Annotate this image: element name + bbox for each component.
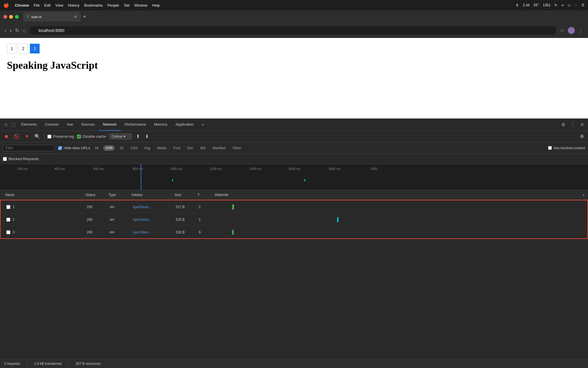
- new-tab-button[interactable]: +: [83, 14, 86, 20]
- chrome-menu-button[interactable]: ⋮: [578, 27, 583, 34]
- menu-temp: 55°: [534, 3, 539, 7]
- row-2-name: 2: [13, 218, 15, 222]
- filter-type-doc[interactable]: Doc: [185, 145, 196, 151]
- home-button[interactable]: ⌂: [23, 28, 26, 34]
- disable-cache-label[interactable]: Disable cache: [77, 134, 106, 139]
- table-row[interactable]: 1 200 xhr AjaxObser... 527 B 2.: [1, 200, 587, 213]
- td-initiator-1[interactable]: AjaxObser...: [130, 205, 173, 209]
- page-btn-3[interactable]: 3: [30, 44, 40, 53]
- menu-tab[interactable]: Tab: [123, 3, 129, 7]
- clear-button[interactable]: 🚫: [13, 133, 21, 140]
- filter-icon-btn[interactable]: ▼: [24, 133, 30, 140]
- forward-button[interactable]: ›: [10, 28, 11, 34]
- minimize-traffic-light[interactable]: [9, 15, 13, 19]
- filter-type-css[interactable]: CSS: [128, 145, 140, 151]
- tab-application[interactable]: Application: [171, 119, 198, 131]
- devtools-settings-icon[interactable]: ⚙: [560, 121, 567, 129]
- tab-console[interactable]: Console: [41, 119, 63, 131]
- hide-data-urls-checkbox[interactable]: [58, 146, 62, 150]
- page-btn-1[interactable]: 1: [7, 44, 17, 53]
- address-bar-wrap[interactable]: ⓘ localhost:8080: [29, 26, 556, 35]
- menu-history[interactable]: History: [68, 3, 79, 7]
- devtools-kebab-icon[interactable]: ⋮: [569, 121, 577, 129]
- page-btn-2[interactable]: 2: [18, 44, 28, 53]
- menu-more-icon: ···: [575, 3, 577, 7]
- filter-type-img[interactable]: Img: [142, 145, 152, 151]
- tab-network[interactable]: Network: [99, 119, 121, 131]
- row-3-checkbox[interactable]: [6, 230, 10, 234]
- filter-type-font[interactable]: Font: [171, 145, 183, 151]
- th-status[interactable]: Status: [83, 193, 106, 197]
- menu-bookmarks[interactable]: Bookmarks: [84, 3, 103, 7]
- th-size[interactable]: Size: [172, 193, 195, 197]
- address-input[interactable]: localhost:8080: [29, 26, 556, 35]
- toolbar-divider-1: [44, 134, 45, 139]
- download-button[interactable]: ⬇: [144, 133, 150, 140]
- blocked-requests-checkbox[interactable]: [3, 157, 7, 161]
- th-name[interactable]: Name: [3, 193, 83, 197]
- hide-data-urls-label[interactable]: Hide data URLs: [58, 146, 90, 150]
- tab-memory[interactable]: Memory: [150, 119, 171, 131]
- search-button[interactable]: 🔍: [33, 133, 41, 140]
- devtools-device-icon[interactable]: ⬚: [9, 121, 17, 129]
- row-1-checkbox[interactable]: [6, 205, 10, 209]
- timeline-area: 200 ms 400 ms 600 ms 800 ms 1000 ms 1200…: [0, 164, 588, 190]
- apple-menu[interactable]: 🍎: [3, 3, 9, 8]
- upload-button[interactable]: ⬆: [135, 133, 141, 140]
- td-waterfall-3: [214, 226, 584, 239]
- tab-vue[interactable]: Vue: [63, 119, 77, 131]
- devtools-cursor-icon[interactable]: ⊹: [2, 121, 9, 129]
- close-traffic-light[interactable]: [3, 15, 7, 19]
- preserve-log-label[interactable]: Preserve log: [47, 134, 74, 139]
- filter-type-other[interactable]: Other: [230, 145, 243, 151]
- th-initiator[interactable]: Initiator: [129, 193, 172, 197]
- th-type[interactable]: Type: [106, 193, 129, 197]
- blocked-requests-label[interactable]: Blocked Requests: [3, 157, 39, 161]
- disable-cache-checkbox[interactable]: [77, 135, 81, 139]
- reload-button[interactable]: ↻: [15, 27, 19, 34]
- th-time[interactable]: T: [195, 193, 212, 197]
- devtools-close-icon[interactable]: ✕: [579, 121, 586, 129]
- browser-tab[interactable]: V vue-rx ✕: [23, 12, 81, 22]
- menu-help[interactable]: Help: [152, 3, 160, 7]
- tab-close-button[interactable]: ✕: [74, 14, 77, 19]
- blocked-requests-bar: Blocked Requests: [0, 154, 588, 164]
- filter-type-js[interactable]: JS: [117, 145, 126, 151]
- menu-file[interactable]: File: [34, 3, 40, 7]
- tab-elements[interactable]: Elements: [17, 119, 41, 131]
- filter-type-media[interactable]: Media: [155, 145, 169, 151]
- filter-type-all[interactable]: All: [92, 145, 101, 151]
- tab-more[interactable]: »: [198, 119, 208, 131]
- filter-input[interactable]: [3, 145, 55, 151]
- td-initiator-3[interactable]: AjaxObser...: [130, 230, 173, 234]
- tab-sources[interactable]: Sources: [77, 119, 99, 131]
- preserve-log-checkbox[interactable]: [47, 135, 51, 139]
- th-waterfall[interactable]: Waterfall: [212, 193, 582, 197]
- menu-window[interactable]: Window: [134, 3, 147, 7]
- td-name-3: 3: [4, 230, 84, 234]
- network-throttle-dropdown[interactable]: Online ▾: [109, 133, 132, 139]
- maximize-traffic-light[interactable]: [15, 15, 19, 19]
- has-blocked-cookies-checkbox[interactable]: [548, 146, 552, 150]
- td-size-1: 527 B: [173, 205, 196, 209]
- menu-ext-icon: ◇: [568, 3, 570, 7]
- menubar: 🍎 Chrome File Edit View History Bookmark…: [0, 0, 588, 10]
- td-initiator-2[interactable]: AjaxObser...: [130, 218, 173, 222]
- filter-type-ws[interactable]: WS: [198, 145, 208, 151]
- record-button[interactable]: ⏺: [3, 133, 10, 140]
- menu-edit[interactable]: Edit: [44, 3, 51, 7]
- table-row[interactable]: 3 200 xhr AjaxObser... 530 B 9.: [1, 226, 587, 238]
- row-2-checkbox[interactable]: [6, 218, 10, 222]
- td-type-2: xhr: [107, 218, 130, 222]
- filter-type-xhr[interactable]: XHR: [103, 145, 115, 151]
- menu-people[interactable]: People: [107, 3, 119, 7]
- app-name[interactable]: Chrome: [15, 3, 29, 7]
- back-button[interactable]: ‹: [5, 28, 6, 34]
- profile-avatar[interactable]: [568, 27, 575, 34]
- table-row[interactable]: 2 200 xhr AjaxObser... 525 B 1.: [1, 213, 587, 226]
- menu-view[interactable]: View: [55, 3, 63, 7]
- tab-performance[interactable]: Performance: [121, 119, 150, 131]
- filter-type-manifest[interactable]: Manifest: [210, 145, 228, 151]
- bookmark-button[interactable]: ☆: [560, 27, 564, 34]
- toolbar-settings-icon[interactable]: ⚙: [579, 133, 585, 140]
